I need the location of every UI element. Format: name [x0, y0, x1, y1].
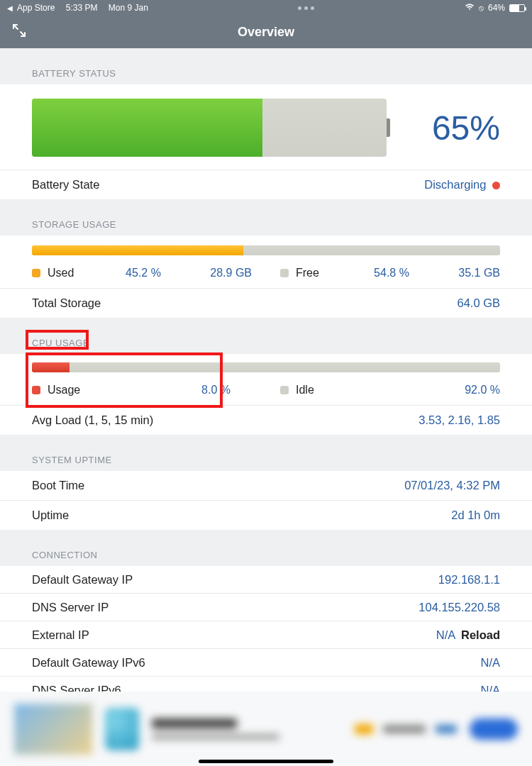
orientation-lock-icon: ⦸ [479, 4, 484, 13]
cpu-idle-pct: 92.0 % [340, 384, 500, 396]
uptime-value: 2d 1h 0m [451, 509, 500, 522]
ad-meta [355, 724, 457, 734]
storage-free-gb: 35.1 GB [450, 267, 500, 279]
storage-free-label: Free [296, 267, 333, 279]
battery-icon [509, 4, 525, 12]
boot-time-value: 07/01/23, 4:32 PM [404, 479, 500, 492]
ad-text [152, 718, 342, 740]
dns-ip-value: 104.155.220.58 [419, 601, 500, 614]
external-ip-value: N/A [436, 628, 455, 641]
ad-banner[interactable] [0, 692, 532, 766]
battery-percent-text: 65% [415, 109, 500, 148]
battery-state-label: Battery State [32, 178, 99, 192]
storage-bar [32, 245, 500, 255]
status-date: Mon 9 Jan [109, 3, 148, 13]
boot-time-label: Boot Time [32, 479, 84, 492]
section-header-connection: CONNECTION [0, 530, 532, 566]
storage-used-pct: 45.2 % [92, 267, 195, 279]
legend-free-color-icon [280, 269, 289, 277]
dns-ip-label: DNS Server IP [32, 601, 109, 614]
battery-state-value: Discharging [424, 178, 500, 192]
gateway-ip-value: 192.168.1.1 [438, 573, 500, 587]
legend-cpu-usage-color-icon [32, 386, 40, 394]
cpu-idle-label: Idle [296, 384, 333, 396]
gateway-ipv6-value: N/A [480, 656, 500, 670]
battery-pct-label: 64% [488, 3, 505, 13]
cpu-card: Usage 8.0 % Idle 92.0 % Avg Load (1, 5, … [0, 354, 532, 435]
battery-card: 65% Battery State Discharging [0, 84, 532, 199]
ios-status-bar: ◀ App Store 5:33 PM Mon 9 Jan ⦸ 64% [0, 0, 532, 16]
ad-app-icon [105, 708, 139, 750]
section-header-storage: STORAGE USAGE [0, 199, 532, 235]
legend-used-color-icon [32, 269, 40, 277]
gateway-ipv6-label: Default Gateway IPv6 [32, 656, 145, 670]
home-indicator[interactable] [199, 760, 333, 763]
storage-total-value: 64.0 GB [457, 296, 500, 310]
cpu-usage-label: Usage [48, 384, 84, 396]
uptime-label: Uptime [32, 509, 69, 522]
external-ip-label: External IP [32, 628, 89, 642]
cpu-avg-label: Avg Load (1, 5, 15 min) [32, 413, 153, 427]
cpu-bar [32, 362, 500, 372]
page-header: Overview [0, 16, 532, 48]
legend-cpu-idle-color-icon [280, 386, 289, 394]
ad-cta-button[interactable] [470, 718, 518, 740]
multitask-dots-icon[interactable] [298, 6, 314, 10]
section-header-battery: BATTERY STATUS [0, 48, 532, 84]
cpu-avg-value: 3.53, 2.16, 1.85 [419, 413, 500, 427]
battery-gauge [32, 99, 387, 157]
expand-icon[interactable] [11, 23, 27, 38]
status-time: 5:33 PM [66, 3, 98, 13]
page-title: Overview [238, 25, 294, 40]
storage-card: Used 45.2 % 28.9 GB Free 54.8 % 35.1 GB … [0, 235, 532, 318]
status-dot-icon [492, 182, 500, 189]
storage-used-label: Used [48, 267, 84, 279]
ad-thumbnail [14, 704, 92, 755]
wifi-icon [465, 3, 475, 13]
connection-card: Default Gateway IP 192.168.1.1 DNS Serve… [0, 566, 532, 704]
storage-used-gb: 28.9 GB [202, 267, 252, 279]
back-chevron-icon[interactable]: ◀ [7, 4, 13, 12]
storage-free-pct: 54.8 % [340, 267, 443, 279]
section-header-cpu: CPU USAGE [0, 318, 532, 354]
section-header-uptime: SYSTEM UPTIME [0, 435, 532, 471]
uptime-card: Boot Time 07/01/23, 4:32 PM Uptime 2d 1h… [0, 471, 532, 530]
back-app-label[interactable]: App Store [17, 3, 55, 13]
gateway-ip-label: Default Gateway IP [32, 573, 133, 587]
storage-total-label: Total Storage [32, 296, 101, 310]
reload-button[interactable]: Reload [461, 628, 500, 641]
cpu-usage-pct: 8.0 % [92, 384, 252, 396]
